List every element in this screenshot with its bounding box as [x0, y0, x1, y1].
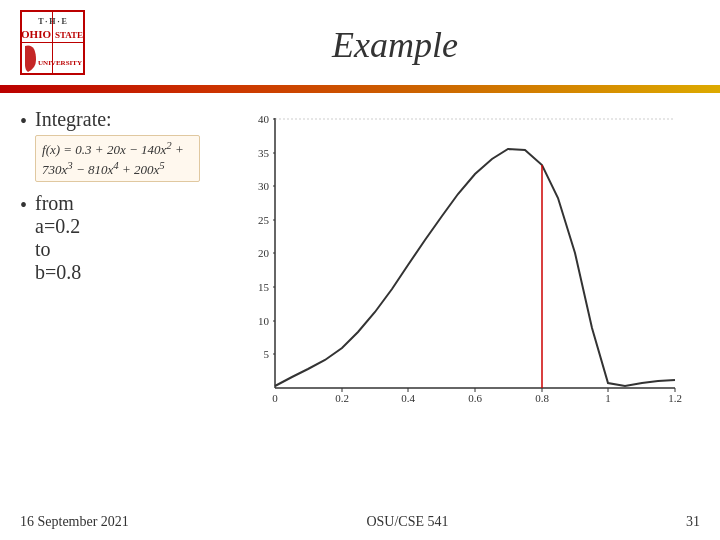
- slide-title: Example: [332, 25, 458, 65]
- bullet-integrate: • Integrate: f(x) = 0.3 + 20x − 140x2 + …: [20, 108, 200, 182]
- svg-text:30: 30: [258, 180, 270, 192]
- svg-text:10: 10: [258, 315, 270, 327]
- chart-svg: 5 10 15 20 25 30 35 40 0 0: [210, 108, 700, 428]
- svg-text:0.2: 0.2: [335, 392, 349, 404]
- title-area: Example: [90, 24, 700, 66]
- svg-text:5: 5: [264, 348, 270, 360]
- svg-text:1: 1: [605, 392, 611, 404]
- slide-content: • Integrate: f(x) = 0.3 + 20x − 140x2 + …: [0, 103, 720, 437]
- svg-text:OHIO: OHIO: [21, 28, 51, 40]
- svg-text:1.2: 1.2: [668, 392, 682, 404]
- from-label: from: [35, 192, 81, 215]
- osu-logo: T · H · E OHIO STATE UNIVERSITY: [20, 10, 90, 80]
- integrate-label: Integrate:: [35, 108, 112, 130]
- header-bar: [0, 85, 720, 93]
- bullet-dot-1: •: [20, 110, 27, 133]
- left-content: • Integrate: f(x) = 0.3 + 20x − 140x2 + …: [20, 108, 200, 432]
- slide-footer: 16 September 2021 OSU/CSE 541 31: [20, 514, 700, 530]
- chart-area: 5 10 15 20 25 30 35 40 0 0: [210, 108, 700, 432]
- bullet-dot-2: •: [20, 194, 27, 217]
- svg-text:20: 20: [258, 247, 270, 259]
- integrate-content: Integrate: f(x) = 0.3 + 20x − 140x2 + 73…: [35, 108, 200, 182]
- footer-date: 16 September 2021: [20, 514, 129, 530]
- slide-header: T · H · E OHIO STATE UNIVERSITY Example: [0, 0, 720, 85]
- from-content: from a=0.2 to b=0.8: [35, 192, 81, 284]
- svg-text:0.6: 0.6: [468, 392, 482, 404]
- b-value: b=0.8: [35, 261, 81, 284]
- svg-text:T · H · E: T · H · E: [38, 17, 67, 26]
- bullet-from: • from a=0.2 to b=0.8: [20, 192, 200, 284]
- svg-text:0: 0: [272, 392, 278, 404]
- svg-text:15: 15: [258, 281, 270, 293]
- a-value: a=0.2: [35, 215, 81, 238]
- svg-text:0.4: 0.4: [401, 392, 415, 404]
- svg-text:35: 35: [258, 147, 270, 159]
- formula-text: f(x) = 0.3 + 20x − 140x2 + 730x3 − 810x4…: [42, 142, 184, 176]
- svg-text:UNIVERSITY: UNIVERSITY: [38, 59, 82, 67]
- svg-text:25: 25: [258, 214, 270, 226]
- svg-text:STATE: STATE: [55, 30, 83, 40]
- svg-text:0.8: 0.8: [535, 392, 549, 404]
- footer-course: OSU/CSE 541: [366, 514, 448, 530]
- svg-text:40: 40: [258, 113, 270, 125]
- footer-page: 31: [686, 514, 700, 530]
- to-label: to: [35, 238, 81, 261]
